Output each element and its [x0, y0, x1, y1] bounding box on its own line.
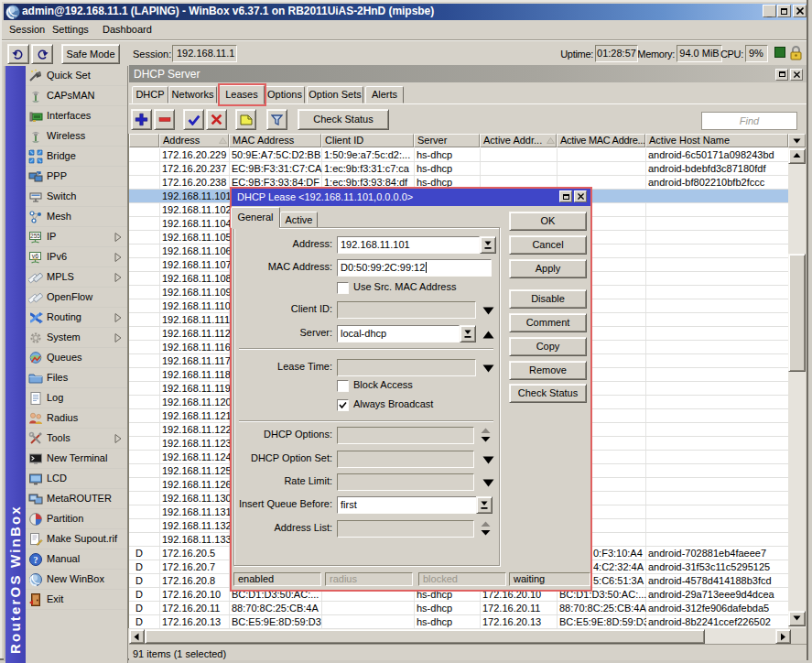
svg-text:?: ?: [34, 555, 38, 565]
svg-text:255: 255: [30, 233, 40, 239]
svg-text:v6: v6: [32, 253, 39, 259]
